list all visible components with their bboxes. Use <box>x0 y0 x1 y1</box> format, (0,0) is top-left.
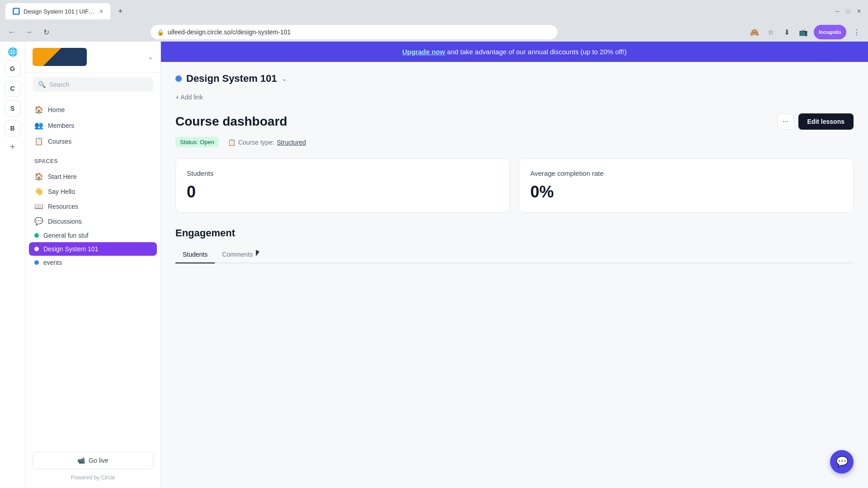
sidebar-logo <box>33 48 87 66</box>
space-item-say-hello[interactable]: 👋 Say Hello <box>29 184 157 199</box>
sidebar-header: ⌄ <box>25 42 160 73</box>
add-workspace-button[interactable]: + <box>10 142 15 152</box>
sidebar-search-container: 🔍 Search <box>25 73 160 96</box>
sidebar-chevron-icon[interactable]: ⌄ <box>148 53 153 61</box>
space-start-here-label: Start Here <box>48 173 77 180</box>
forward-button[interactable]: → <box>23 26 35 38</box>
space-item-discussions[interactable]: 💬 Discussions <box>29 214 157 229</box>
sidebar-courses-label: Courses <box>48 138 71 145</box>
sidebar-bottom: 📹 Go live Powered by Circle <box>25 445 160 488</box>
sidebar: ⌄ 🔍 Search 🏠 Home 👥 Members 📋 Courses <box>25 42 161 488</box>
minimize-button[interactable]: ─ <box>834 8 841 15</box>
close-window-button[interactable]: ✕ <box>855 8 863 15</box>
engagement-tabs: Students Comments <box>175 246 854 263</box>
members-icon: 👥 <box>34 121 43 130</box>
new-tab-button[interactable]: + <box>114 5 127 18</box>
add-link-row[interactable]: + Add link <box>175 94 854 101</box>
maximize-button[interactable]: □ <box>844 8 852 15</box>
dashboard-actions: ··· Edit lessons <box>778 113 854 130</box>
chat-button[interactable]: 💬 <box>830 450 854 474</box>
resources-icon: 📖 <box>34 202 43 211</box>
students-value: 0 <box>187 183 499 202</box>
sidebar-search[interactable]: 🔍 Search <box>33 77 153 92</box>
menu-icon[interactable]: ⋮ <box>851 26 863 38</box>
completion-label: Average completion rate <box>530 169 842 177</box>
refresh-button[interactable]: ↻ <box>40 26 52 38</box>
banner-text: and take advantage of our annual discoun… <box>447 48 627 56</box>
chat-icon: 💬 <box>836 456 848 468</box>
course-type: 📋 Course type: Structured <box>228 139 306 146</box>
app-layout: 🌐 G C S B + ⌄ 🔍 Search 🏠 Home 👥 Member <box>0 42 868 488</box>
workspace-s-button[interactable]: S <box>5 100 21 117</box>
back-button[interactable]: ← <box>5 26 18 38</box>
spaces-label: Spaces <box>34 158 151 164</box>
go-live-button[interactable]: 📹 Go live <box>33 452 153 469</box>
status-badge: Status: Open <box>175 137 219 147</box>
upgrade-banner: Upgrade now and take advantage of our an… <box>161 42 868 62</box>
space-item-start-here[interactable]: 🏠 Start Here <box>29 169 157 184</box>
say-hello-icon: 👋 <box>34 187 43 196</box>
more-options-button[interactable]: ··· <box>778 113 794 130</box>
address-bar-row: ← → ↻ 🔒 uifeed-design.circle.so/c/design… <box>0 23 868 42</box>
tab-close-btn[interactable]: × <box>99 8 103 15</box>
edit-lessons-button[interactable]: Edit lessons <box>798 113 854 130</box>
sidebar-item-courses[interactable]: 📋 Courses <box>29 133 157 149</box>
address-bar[interactable]: 🔒 uifeed-design.circle.so/c/design-syste… <box>151 25 557 39</box>
engagement-title: Engagement <box>175 227 854 239</box>
dashboard-title: Course dashboard <box>175 114 287 129</box>
sidebar-members-label: Members <box>48 122 74 129</box>
space-item-design-system[interactable]: Design System 101 <box>29 242 157 256</box>
status-label: Status: <box>180 139 198 145</box>
students-label: Students <box>187 169 499 177</box>
course-header: Design System 101 ⌄ <box>175 73 854 84</box>
globe-icon[interactable]: 🌐 <box>8 47 18 57</box>
sidebar-item-home[interactable]: 🏠 Home <box>29 102 157 117</box>
space-item-resources[interactable]: 📖 Resources <box>29 199 157 214</box>
workspace-c-button[interactable]: C <box>5 80 21 97</box>
course-type-value: Structured <box>277 139 306 146</box>
download-icon[interactable]: ⬇ <box>781 26 793 38</box>
space-item-events[interactable]: events <box>29 256 157 269</box>
status-row: Status: Open 📋 Course type: Structured <box>175 137 854 147</box>
browser-right-icons: 🙈 ☆ ⬇ 📺 Incognito ⋮ <box>749 25 863 39</box>
discussions-icon: 💬 <box>34 217 43 225</box>
status-value: Open <box>200 139 214 145</box>
lock-icon: 🔒 <box>157 29 164 36</box>
courses-icon: 📋 <box>34 137 43 145</box>
design-system-dot <box>34 247 39 251</box>
general-dot <box>34 233 39 238</box>
browser-tab[interactable]: Design System 101 | UIFeed Des... × <box>5 3 110 19</box>
sidebar-item-members[interactable]: 👥 Members <box>29 117 157 133</box>
students-card: Students 0 <box>175 158 510 213</box>
completion-card: Average completion rate 0% <box>519 158 854 213</box>
address-text: uifeed-design.circle.so/c/design-system-… <box>168 28 551 36</box>
tab-comments[interactable]: Comments <box>215 246 260 263</box>
home-icon: 🏠 <box>34 105 43 114</box>
space-item-general[interactable]: General fun stuf <box>29 229 157 242</box>
dashboard-header: Course dashboard ··· Edit lessons <box>175 113 854 130</box>
profile-button[interactable]: Incognito <box>814 25 846 39</box>
course-title: Design System 101 <box>186 73 277 84</box>
upgrade-link[interactable]: Upgrade now <box>402 48 445 56</box>
space-say-hello-label: Say Hello <box>48 188 75 195</box>
start-here-icon: 🏠 <box>34 172 43 181</box>
completion-value: 0% <box>530 183 842 202</box>
workspace-b-button[interactable]: B <box>5 120 21 136</box>
go-live-label: Go live <box>89 457 108 464</box>
space-discussions-label: Discussions <box>48 218 82 225</box>
workspace-g-button[interactable]: G <box>5 61 21 77</box>
space-design-system-label: Design System 101 <box>43 245 98 253</box>
spaces-section: Spaces <box>25 155 160 169</box>
cast-icon[interactable]: 📺 <box>797 26 809 38</box>
eye-slash-icon[interactable]: 🙈 <box>749 26 760 38</box>
icon-bar: 🌐 G C S B + <box>0 42 25 488</box>
tab-students[interactable]: Students <box>175 246 215 263</box>
bookmark-icon[interactable]: ☆ <box>765 26 777 38</box>
tab-favicon <box>13 8 20 15</box>
events-dot <box>34 260 39 265</box>
course-dropdown-icon[interactable]: ⌄ <box>282 75 287 82</box>
powered-by: Powered by Circle <box>33 474 153 481</box>
course-status-dot <box>175 75 182 82</box>
course-type-label: Course type: <box>238 139 274 146</box>
content-area: Design System 101 ⌄ + Add link Course da… <box>161 62 868 488</box>
